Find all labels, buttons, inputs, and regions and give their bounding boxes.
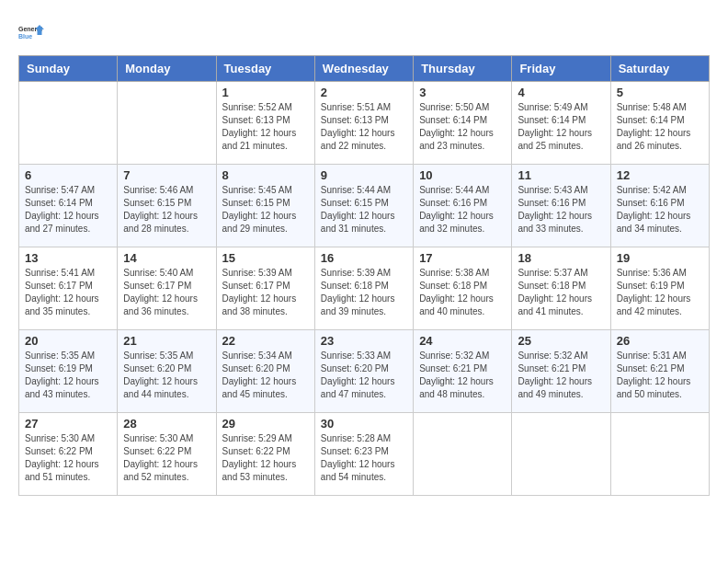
day-info: Sunrise: 5:46 AM Sunset: 6:15 PM Dayligh… xyxy=(123,184,210,236)
day-info: Sunrise: 5:35 AM Sunset: 6:20 PM Dayligh… xyxy=(123,350,210,401)
calendar-cell: 20Sunrise: 5:35 AM Sunset: 6:19 PM Dayli… xyxy=(19,330,118,413)
calendar-body: 1Sunrise: 5:52 AM Sunset: 6:13 PM Daylig… xyxy=(19,82,710,496)
calendar-cell: 11Sunrise: 5:43 AM Sunset: 6:16 PM Dayli… xyxy=(512,165,610,247)
day-info: Sunrise: 5:52 AM Sunset: 6:13 PM Dayligh… xyxy=(222,101,309,153)
day-info: Sunrise: 5:38 AM Sunset: 6:18 PM Dayligh… xyxy=(419,267,506,318)
calendar-cell: 13Sunrise: 5:41 AM Sunset: 6:17 PM Dayli… xyxy=(19,247,118,330)
day-number: 4 xyxy=(518,86,604,99)
day-info: Sunrise: 5:36 AM Sunset: 6:19 PM Dayligh… xyxy=(617,267,703,318)
day-info: Sunrise: 5:33 AM Sunset: 6:20 PM Dayligh… xyxy=(321,350,407,401)
day-info: Sunrise: 5:30 AM Sunset: 6:22 PM Dayligh… xyxy=(123,432,210,484)
logo: GeneralBlue xyxy=(18,18,46,46)
day-of-week-header: Friday xyxy=(512,56,610,82)
calendar-cell: 12Sunrise: 5:42 AM Sunset: 6:16 PM Dayli… xyxy=(610,165,709,247)
calendar-cell: 14Sunrise: 5:40 AM Sunset: 6:17 PM Dayli… xyxy=(118,247,216,330)
day-number: 5 xyxy=(617,86,703,99)
calendar-cell: 6Sunrise: 5:47 AM Sunset: 6:14 PM Daylig… xyxy=(19,165,118,247)
day-info: Sunrise: 5:35 AM Sunset: 6:19 PM Dayligh… xyxy=(25,350,111,401)
day-number: 27 xyxy=(25,417,111,431)
day-number: 7 xyxy=(123,168,210,182)
day-info: Sunrise: 5:40 AM Sunset: 6:17 PM Dayligh… xyxy=(123,267,210,318)
day-number: 28 xyxy=(123,417,210,431)
day-number: 15 xyxy=(222,251,309,265)
calendar-cell: 17Sunrise: 5:38 AM Sunset: 6:18 PM Dayli… xyxy=(414,247,512,330)
day-info: Sunrise: 5:45 AM Sunset: 6:15 PM Dayligh… xyxy=(222,184,309,236)
day-number: 1 xyxy=(222,86,309,99)
day-number: 19 xyxy=(617,251,703,265)
day-info: Sunrise: 5:42 AM Sunset: 6:16 PM Dayligh… xyxy=(617,184,703,236)
day-number: 22 xyxy=(222,334,309,348)
day-number: 26 xyxy=(617,334,703,348)
calendar-cell: 10Sunrise: 5:44 AM Sunset: 6:16 PM Dayli… xyxy=(414,165,512,247)
logo-icon: GeneralBlue xyxy=(18,18,46,46)
day-info: Sunrise: 5:44 AM Sunset: 6:16 PM Dayligh… xyxy=(419,184,506,236)
day-number: 11 xyxy=(518,168,604,182)
calendar-cell: 28Sunrise: 5:30 AM Sunset: 6:22 PM Dayli… xyxy=(118,413,216,496)
calendar-cell: 24Sunrise: 5:32 AM Sunset: 6:21 PM Dayli… xyxy=(414,330,512,413)
day-of-week-header: Tuesday xyxy=(216,56,314,82)
calendar-cell: 9Sunrise: 5:44 AM Sunset: 6:15 PM Daylig… xyxy=(314,165,413,247)
calendar-cell: 15Sunrise: 5:39 AM Sunset: 6:17 PM Dayli… xyxy=(216,247,314,330)
calendar-cell: 16Sunrise: 5:39 AM Sunset: 6:18 PM Dayli… xyxy=(314,247,413,330)
day-info: Sunrise: 5:39 AM Sunset: 6:17 PM Dayligh… xyxy=(222,267,309,318)
day-number: 20 xyxy=(25,334,111,348)
day-info: Sunrise: 5:48 AM Sunset: 6:14 PM Dayligh… xyxy=(617,101,703,153)
calendar-week-row: 6Sunrise: 5:47 AM Sunset: 6:14 PM Daylig… xyxy=(19,165,710,247)
day-number: 12 xyxy=(617,168,703,182)
calendar-week-row: 27Sunrise: 5:30 AM Sunset: 6:22 PM Dayli… xyxy=(19,413,710,496)
day-info: Sunrise: 5:32 AM Sunset: 6:21 PM Dayligh… xyxy=(518,350,604,401)
calendar-cell: 3Sunrise: 5:50 AM Sunset: 6:14 PM Daylig… xyxy=(414,82,512,165)
calendar-cell xyxy=(512,413,610,496)
day-number: 9 xyxy=(321,168,407,182)
calendar-cell xyxy=(19,82,118,165)
calendar-header-row: SundayMondayTuesdayWednesdayThursdayFrid… xyxy=(19,56,710,82)
day-info: Sunrise: 5:44 AM Sunset: 6:15 PM Dayligh… xyxy=(321,184,407,236)
day-number: 16 xyxy=(321,251,407,265)
calendar-cell xyxy=(414,413,512,496)
day-of-week-header: Monday xyxy=(118,56,216,82)
day-of-week-header: Saturday xyxy=(610,56,709,82)
day-info: Sunrise: 5:31 AM Sunset: 6:21 PM Dayligh… xyxy=(617,350,703,401)
calendar-cell: 7Sunrise: 5:46 AM Sunset: 6:15 PM Daylig… xyxy=(118,165,216,247)
day-info: Sunrise: 5:43 AM Sunset: 6:16 PM Dayligh… xyxy=(518,184,604,236)
calendar-cell: 22Sunrise: 5:34 AM Sunset: 6:20 PM Dayli… xyxy=(216,330,314,413)
day-info: Sunrise: 5:30 AM Sunset: 6:22 PM Dayligh… xyxy=(25,432,111,484)
calendar-cell: 5Sunrise: 5:48 AM Sunset: 6:14 PM Daylig… xyxy=(610,82,709,165)
calendar-cell: 19Sunrise: 5:36 AM Sunset: 6:19 PM Dayli… xyxy=(610,247,709,330)
day-of-week-header: Wednesday xyxy=(314,56,413,82)
calendar-week-row: 13Sunrise: 5:41 AM Sunset: 6:17 PM Dayli… xyxy=(19,247,710,330)
day-number: 13 xyxy=(25,251,111,265)
day-info: Sunrise: 5:34 AM Sunset: 6:20 PM Dayligh… xyxy=(222,350,309,401)
day-info: Sunrise: 5:41 AM Sunset: 6:17 PM Dayligh… xyxy=(25,267,111,318)
calendar-cell: 23Sunrise: 5:33 AM Sunset: 6:20 PM Dayli… xyxy=(314,330,413,413)
day-info: Sunrise: 5:32 AM Sunset: 6:21 PM Dayligh… xyxy=(419,350,506,401)
calendar-week-row: 1Sunrise: 5:52 AM Sunset: 6:13 PM Daylig… xyxy=(19,82,710,165)
day-info: Sunrise: 5:49 AM Sunset: 6:14 PM Dayligh… xyxy=(518,101,604,153)
calendar-cell: 21Sunrise: 5:35 AM Sunset: 6:20 PM Dayli… xyxy=(118,330,216,413)
calendar-cell: 30Sunrise: 5:28 AM Sunset: 6:23 PM Dayli… xyxy=(314,413,413,496)
day-info: Sunrise: 5:51 AM Sunset: 6:13 PM Dayligh… xyxy=(321,101,407,153)
day-info: Sunrise: 5:39 AM Sunset: 6:18 PM Dayligh… xyxy=(321,267,407,318)
day-number: 29 xyxy=(222,417,309,431)
calendar-cell: 2Sunrise: 5:51 AM Sunset: 6:13 PM Daylig… xyxy=(314,82,413,165)
day-number: 25 xyxy=(518,334,604,348)
day-number: 3 xyxy=(419,86,506,99)
calendar-cell: 18Sunrise: 5:37 AM Sunset: 6:18 PM Dayli… xyxy=(512,247,610,330)
day-number: 30 xyxy=(321,417,407,431)
calendar-cell xyxy=(118,82,216,165)
calendar-cell xyxy=(610,413,709,496)
day-info: Sunrise: 5:29 AM Sunset: 6:22 PM Dayligh… xyxy=(222,432,309,484)
calendar-week-row: 20Sunrise: 5:35 AM Sunset: 6:19 PM Dayli… xyxy=(19,330,710,413)
calendar-cell: 26Sunrise: 5:31 AM Sunset: 6:21 PM Dayli… xyxy=(610,330,709,413)
day-number: 2 xyxy=(321,86,407,99)
svg-text:Blue: Blue xyxy=(18,33,32,40)
day-number: 8 xyxy=(222,168,309,182)
day-number: 23 xyxy=(321,334,407,348)
day-info: Sunrise: 5:47 AM Sunset: 6:14 PM Dayligh… xyxy=(25,184,111,236)
calendar-cell: 1Sunrise: 5:52 AM Sunset: 6:13 PM Daylig… xyxy=(216,82,314,165)
day-number: 17 xyxy=(419,251,506,265)
day-of-week-header: Sunday xyxy=(19,56,118,82)
day-number: 14 xyxy=(123,251,210,265)
day-number: 24 xyxy=(419,334,506,348)
day-info: Sunrise: 5:28 AM Sunset: 6:23 PM Dayligh… xyxy=(321,432,407,484)
